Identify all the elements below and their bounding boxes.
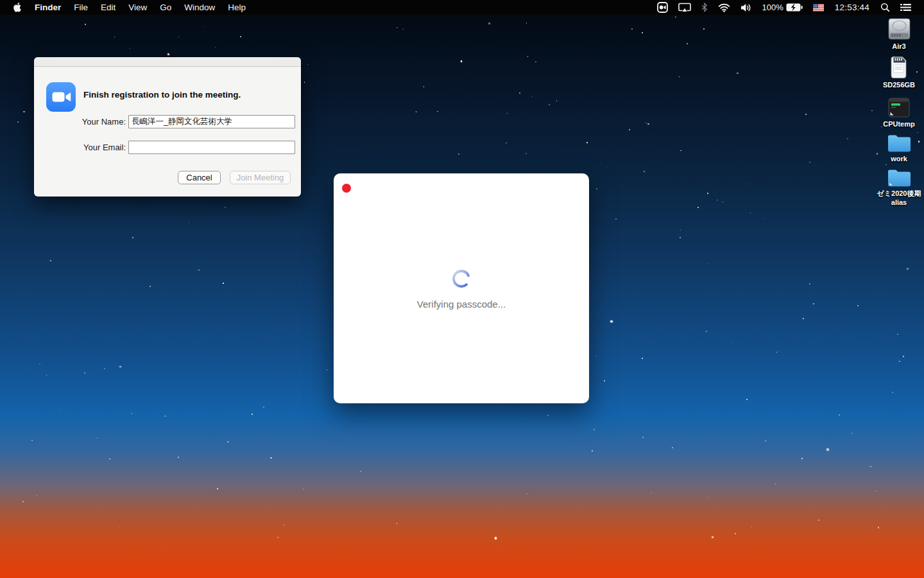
desktop-icon-cputemp[interactable]: CPUtemp <box>874 94 924 128</box>
desktop-icon-work[interactable]: work <box>874 129 924 163</box>
menu-bar-status: 100% 12:53:44 <box>652 2 924 13</box>
bluetooth-icon[interactable] <box>696 3 713 12</box>
volume-icon[interactable] <box>735 3 757 12</box>
desktop-icon-label: work <box>891 154 907 163</box>
external-drive-icon <box>887 17 911 40</box>
menu-bar: Finder File Edit View Go Window Help <box>0 0 924 15</box>
menu-item-finder[interactable]: Finder <box>28 3 67 12</box>
loading-spinner-icon <box>452 269 471 288</box>
close-button[interactable] <box>342 184 351 193</box>
menu-clock[interactable]: 12:53:44 <box>829 3 875 12</box>
menu-bar-left: Finder File Edit View Go Window Help <box>0 3 252 12</box>
name-row: Your Name: <box>34 115 301 128</box>
menu-item-file[interactable]: File <box>67 3 94 12</box>
desktop-icon-label: SD256GB <box>883 80 915 89</box>
menu-item-window[interactable]: Window <box>178 3 221 12</box>
battery-indicator[interactable]: 100% <box>757 3 808 12</box>
menu-item-view[interactable]: View <box>122 3 153 12</box>
email-row: Your Email: <box>34 141 301 154</box>
name-label: Your Name: <box>34 117 126 127</box>
zoom-status-icon[interactable] <box>652 2 673 13</box>
desktop-icon-air3[interactable]: Air3 <box>874 17 924 51</box>
folder-icon <box>887 129 912 152</box>
desktop: Finder File Edit View Go Window Help <box>0 0 924 578</box>
battery-percent-label: 100% <box>762 3 783 12</box>
desktop-icon-label: CPUtemp <box>883 119 915 128</box>
menu-item-edit[interactable]: Edit <box>94 3 122 12</box>
menu-item-help[interactable]: Help <box>221 3 252 12</box>
registration-dialog: Finish registration to join the meeting.… <box>34 57 301 197</box>
terminal-app-icon <box>888 94 910 118</box>
wifi-icon[interactable] <box>713 3 735 12</box>
apple-menu-icon[interactable] <box>7 3 28 12</box>
menu-item-go[interactable]: Go <box>153 3 178 12</box>
desktop-icon-sd256gb[interactable]: SD256GB <box>874 55 924 89</box>
notification-center-icon[interactable] <box>895 3 916 12</box>
sd-card-icon <box>891 55 908 78</box>
folder-icon <box>887 164 912 187</box>
desktop-icon-semi2020-alias[interactable]: ゼミ2020後期 alias <box>874 164 924 207</box>
battery-icon <box>786 3 803 12</box>
name-input[interactable] <box>128 115 295 128</box>
dialog-heading: Finish registration to join the meeting. <box>83 90 241 100</box>
input-source-flag-icon[interactable] <box>808 4 829 12</box>
airplay-display-icon[interactable] <box>673 3 696 13</box>
email-input[interactable] <box>128 141 295 154</box>
zoom-app-icon <box>46 82 76 112</box>
spotlight-search-icon[interactable] <box>875 3 895 12</box>
dialog-title-bar[interactable] <box>34 57 301 67</box>
desktop-icon-label: ゼミ2020後期 alias <box>877 189 921 207</box>
passcode-window: Verifying passcode... <box>334 173 589 403</box>
desktop-icon-label-line2: alias <box>891 198 907 206</box>
desktop-icon-label: Air3 <box>892 42 905 51</box>
join-meeting-button[interactable]: Join Meeting <box>230 171 291 184</box>
desktop-icon-label-line1: ゼミ2020後期 <box>877 189 921 197</box>
email-label: Your Email: <box>34 143 126 152</box>
passcode-status-text: Verifying passcode... <box>334 299 589 310</box>
cancel-button[interactable]: Cancel <box>178 171 221 184</box>
